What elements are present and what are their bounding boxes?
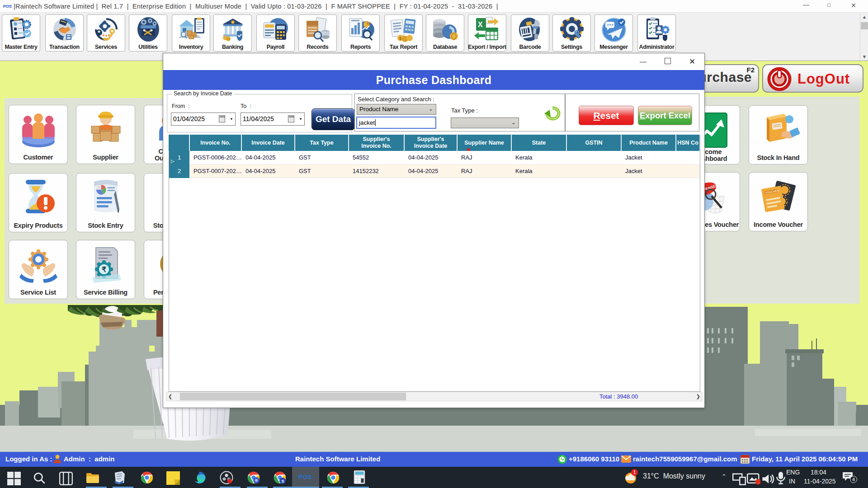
svg-text:S: S <box>282 479 284 483</box>
svg-text:₹: ₹ <box>102 266 106 273</box>
svg-text:$: $ <box>399 36 401 41</box>
svg-text:X: X <box>478 21 483 28</box>
